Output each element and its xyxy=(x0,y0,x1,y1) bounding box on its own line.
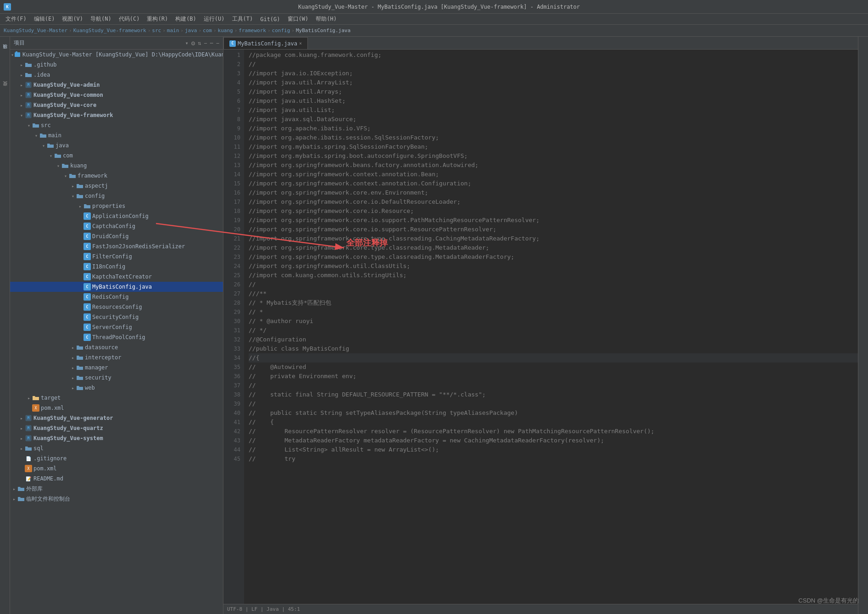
tree-item-readme[interactable]: 📝README.md xyxy=(10,474,223,484)
tree-arrow-github[interactable]: ▸ xyxy=(18,62,25,67)
tree-item-ResourcesConfig[interactable]: CResourcesConfig xyxy=(10,302,223,312)
tab-close-btn[interactable]: × xyxy=(299,41,302,46)
menu-item-u[interactable]: 运行(U) xyxy=(200,14,228,24)
tree-item-kuang[interactable]: ▾kuang xyxy=(10,161,223,171)
editor-tab-mybatisconfig[interactable]: C MyBatisConfig.java × xyxy=(223,37,308,49)
tree-item-security[interactable]: ▸security xyxy=(10,373,223,383)
tree-item-java[interactable]: ▾java xyxy=(10,140,223,151)
tree-item-I18nConfig[interactable]: CI18nConfig xyxy=(10,262,223,272)
tree-item-ServerConfig[interactable]: CServerConfig xyxy=(10,322,223,332)
tree-arrow-web[interactable]: ▸ xyxy=(70,385,76,391)
tree-item-idea[interactable]: ▸.idea xyxy=(10,70,223,80)
tree-item-root[interactable]: ▾KuangStudy_Vue-Master [KuangStudy_Vue] … xyxy=(10,50,223,60)
tree-arrow-idea[interactable]: ▸ xyxy=(18,73,25,78)
tree-arrow-interceptor[interactable]: ▸ xyxy=(70,355,76,360)
tree-item-github[interactable]: ▸.github xyxy=(10,60,223,70)
tree-item-web[interactable]: ▸web xyxy=(10,383,223,393)
tree-arrow-generator[interactable]: ▸ xyxy=(18,416,25,421)
tree-arrow-sql[interactable]: ▸ xyxy=(18,446,25,451)
breadcrumb-item-5[interactable]: com xyxy=(203,28,212,33)
breadcrumb-item-2[interactable]: src xyxy=(152,28,161,33)
tree-item-ApplicationConfig[interactable]: CApplicationConfig xyxy=(10,211,223,221)
tree-item-fw[interactable]: ▾framework xyxy=(10,171,223,181)
tree-arrow-security[interactable]: ▸ xyxy=(70,375,76,380)
tree-arrow-manager[interactable]: ▸ xyxy=(70,365,76,370)
tree-item-RedisConfig[interactable]: CRedisConfig xyxy=(10,292,223,302)
menu-item-b[interactable]: 构建(B) xyxy=(172,14,200,24)
tree-item-KaptchaTextCreator[interactable]: CKaptchaTextCreator xyxy=(10,272,223,282)
tree-item-CaptchaConfig[interactable]: CCaptchaConfig xyxy=(10,221,223,231)
breadcrumb-item-6[interactable]: kuang xyxy=(218,28,233,33)
menu-item-c[interactable]: 代码(C) xyxy=(115,14,144,24)
tree-arrow-framework[interactable]: ▾ xyxy=(18,113,25,118)
panel-more-icon[interactable]: ⋯ xyxy=(210,40,213,46)
tree-item-MyBatisConfig[interactable]: CMyBatisConfig.java xyxy=(10,282,223,292)
tree-item-aspectj[interactable]: ▸aspectj xyxy=(10,181,223,191)
tree-item-quartz[interactable]: ▸MKuangStudy_Vue-quartz xyxy=(10,423,223,433)
tree-arrow-com[interactable]: ▾ xyxy=(48,153,54,158)
breadcrumb-item-4[interactable]: java xyxy=(185,28,197,33)
menu-item-f[interactable]: 文件(F) xyxy=(2,14,30,24)
tree-item-sql[interactable]: ▸sql xyxy=(10,443,223,453)
tree-arrow-system[interactable]: ▸ xyxy=(18,436,25,441)
breadcrumb-item-3[interactable]: main xyxy=(167,28,179,33)
panel-dropdown[interactable]: ▾ xyxy=(185,40,188,46)
tree-item-core[interactable]: ▸MKuangStudy_Vue-core xyxy=(10,100,223,110)
tree-arrow-datasource[interactable]: ▸ xyxy=(70,345,76,350)
tree-item-gitignore[interactable]: 📄.gitignore xyxy=(10,453,223,463)
tree-arrow-quartz[interactable]: ▸ xyxy=(18,426,25,431)
tree-item-FastJson2JsonRedisSerializer[interactable]: CFastJson2JsonRedisSerializer xyxy=(10,241,223,251)
tree-item-admin[interactable]: ▸MKuangStudy_Vue-admin xyxy=(10,80,223,90)
tree-arrow-target[interactable]: ▸ xyxy=(26,396,32,401)
tree-arrow-core[interactable]: ▸ xyxy=(18,103,25,108)
menu-item-v[interactable]: 视图(V) xyxy=(58,14,87,24)
tree-item-scratches[interactable]: ▸临时文件和控制台 xyxy=(10,494,223,504)
tree-item-pomfw[interactable]: Xpom.xml xyxy=(10,403,223,413)
code-content[interactable]: //package com.kuang.framework.config;///… xyxy=(244,50,858,604)
tree-item-generator[interactable]: ▸MKuangStudy_Vue-generator xyxy=(10,413,223,423)
panel-close-icon[interactable]: − xyxy=(216,40,219,46)
tree-arrow-main[interactable]: ▾ xyxy=(33,133,39,138)
left-strip-pull[interactable]: 提交 xyxy=(1,76,9,104)
tree-arrow-admin[interactable]: ▸ xyxy=(18,83,25,88)
tree-item-main[interactable]: ▾main xyxy=(10,130,223,140)
tree-arrow-common[interactable]: ▸ xyxy=(18,93,25,98)
tree-arrow-config[interactable]: ▾ xyxy=(70,194,76,199)
tree-arrow-scratches[interactable]: ▸ xyxy=(11,497,17,502)
tree-item-properties[interactable]: ▸properties xyxy=(10,201,223,211)
menu-item-t[interactable]: 工具(T) xyxy=(228,14,257,24)
tree-item-framework[interactable]: ▾MKuangStudy_Vue-framework xyxy=(10,110,223,120)
tree-item-SecurityConfig[interactable]: CSecurityConfig xyxy=(10,312,223,322)
tree-item-ThreadPoolConfig[interactable]: CThreadPoolConfig xyxy=(10,332,223,342)
tree-item-config[interactable]: ▾config xyxy=(10,191,223,201)
tree-arrow-java[interactable]: ▾ xyxy=(40,143,47,148)
menu-item-r[interactable]: 重构(R) xyxy=(143,14,172,24)
breadcrumb-item-7[interactable]: framework xyxy=(239,28,266,33)
tree-item-interceptor[interactable]: ▸interceptor xyxy=(10,352,223,363)
code-editor[interactable]: 1234567891011121314151617181920212223242… xyxy=(223,50,858,604)
tree-item-common[interactable]: ▸MKuangStudy_Vue-common xyxy=(10,90,223,100)
panel-settings-icon[interactable]: ⚙ xyxy=(191,39,195,47)
tree-item-manager[interactable]: ▸manager xyxy=(10,363,223,373)
tree-item-FilterConfig[interactable]: CFilterConfig xyxy=(10,251,223,262)
tree-item-target[interactable]: ▸target xyxy=(10,393,223,403)
left-strip-project[interactable]: 项目 xyxy=(1,39,9,66)
tree-arrow-properties[interactable]: ▸ xyxy=(77,204,83,209)
tree-arrow-external[interactable]: ▸ xyxy=(11,486,17,491)
breadcrumb-item-9[interactable]: MyBatisConfig.java xyxy=(296,28,351,33)
menu-item-n[interactable]: 导航(N) xyxy=(87,14,115,24)
menu-item-gitg[interactable]: Git(G) xyxy=(256,15,284,23)
tree-arrow-fw[interactable]: ▾ xyxy=(62,173,69,179)
breadcrumb-item-0[interactable]: KuangStudy_Vue-Master xyxy=(4,28,67,33)
tree-arrow-aspectj[interactable]: ▸ xyxy=(70,184,76,189)
tree-item-DruidConfig[interactable]: CDruidConfig xyxy=(10,231,223,241)
tree-item-pom[interactable]: Xpom.xml xyxy=(10,463,223,474)
menu-item-w[interactable]: 窗口(W) xyxy=(284,14,312,24)
tree-item-src[interactable]: ▾src xyxy=(10,120,223,130)
breadcrumb-item-8[interactable]: config xyxy=(272,28,290,33)
panel-sort-icon[interactable]: ⇅ xyxy=(198,40,201,46)
breadcrumb-item-1[interactable]: KuangStudy_Vue-framework xyxy=(73,28,146,33)
menu-item-h[interactable]: 帮助(H) xyxy=(312,14,340,24)
panel-collapse-icon[interactable]: − xyxy=(204,40,207,46)
tree-arrow-src[interactable]: ▾ xyxy=(26,123,32,128)
